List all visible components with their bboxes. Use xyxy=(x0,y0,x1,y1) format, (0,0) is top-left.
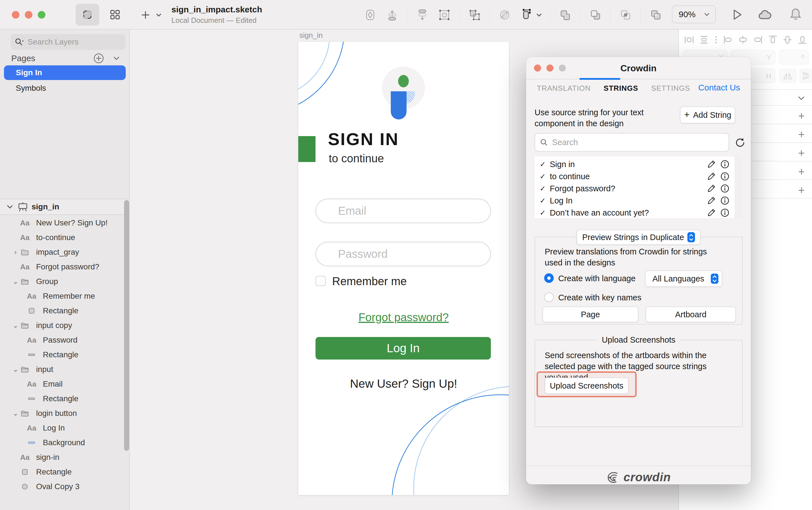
layer-row[interactable]: ⌄input copy xyxy=(0,318,124,333)
crowdin-titlebar[interactable]: Crowdin xyxy=(526,57,751,79)
add-page-button[interactable] xyxy=(92,52,105,64)
artboard-collapse-chevron[interactable] xyxy=(6,203,13,210)
layers-search-box[interactable] xyxy=(11,34,125,50)
layer-row[interactable]: ⌄login button xyxy=(0,406,124,421)
sidebar-scrollbar[interactable] xyxy=(124,200,129,451)
string-row[interactable]: ✓ Forgot password? xyxy=(534,182,732,194)
crowdin-search-box[interactable] xyxy=(534,133,729,152)
artboard[interactable]: SIGN IN to continue Remember me Forgot p… xyxy=(298,42,509,495)
align-right-icon[interactable] xyxy=(752,33,764,46)
edit-pencil-icon[interactable] xyxy=(706,184,716,193)
flip-horizontal-button[interactable] xyxy=(779,68,797,83)
layer-row[interactable]: Rectangle xyxy=(0,348,124,362)
tab-strings[interactable]: STRINGS xyxy=(604,84,638,93)
distribute-vertically-icon[interactable] xyxy=(698,33,710,46)
search-input[interactable] xyxy=(28,37,112,47)
layer-row[interactable]: AaRemember me xyxy=(0,289,124,303)
plus-icon[interactable]: + xyxy=(798,128,805,141)
pages-collapse-chevron[interactable] xyxy=(112,54,121,63)
align-center-horizontal-icon[interactable] xyxy=(737,33,749,46)
insert-plus-button[interactable] xyxy=(140,9,151,21)
layer-row[interactable]: AaLog In xyxy=(0,421,124,435)
contact-us-link[interactable]: Contact Us xyxy=(698,83,740,92)
artboard-button[interactable]: Artboard xyxy=(646,306,736,322)
add-string-button[interactable]: + Add String xyxy=(680,107,735,123)
info-icon[interactable] xyxy=(720,159,730,169)
notifications-bell-button[interactable] xyxy=(788,7,803,23)
edit-pencil-icon[interactable] xyxy=(706,196,716,205)
layer-row[interactable]: Aasign-in xyxy=(0,450,124,464)
create-with-language-radio[interactable] xyxy=(544,273,554,283)
layer-row[interactable]: AaForgot password? xyxy=(0,260,124,274)
align-top-icon[interactable] xyxy=(766,33,779,46)
boolean-union-icon[interactable] xyxy=(558,8,572,22)
layer-row[interactable]: ⌄input xyxy=(0,362,124,377)
plus-icon[interactable]: + xyxy=(798,184,805,197)
boolean-difference-icon[interactable] xyxy=(649,8,663,22)
folder-chevron-down-icon[interactable]: ⌄ xyxy=(12,277,19,286)
rotate-icon[interactable] xyxy=(498,8,512,22)
folder-chevron-down-icon[interactable]: ⌄ xyxy=(12,410,19,417)
layer-row[interactable]: AaPassword xyxy=(0,333,124,348)
window-minimize-button[interactable] xyxy=(25,11,32,19)
string-row[interactable]: ✓ Don’t have an account yet? xyxy=(534,207,732,219)
distribute-horizontally-icon[interactable] xyxy=(683,33,695,46)
upload-screenshots-button[interactable]: Upload Screenshots xyxy=(545,378,629,394)
create-symbol-icon[interactable] xyxy=(363,8,377,22)
window-zoom-button[interactable] xyxy=(38,11,46,19)
page-button[interactable]: Page xyxy=(543,306,638,322)
sidebar-page-sign-in[interactable]: Sign In xyxy=(4,65,126,80)
edit-pencil-icon[interactable] xyxy=(706,172,716,181)
preview-play-button[interactable] xyxy=(730,7,744,22)
layer-row[interactable]: Rectangle xyxy=(0,464,124,479)
login-button[interactable]: Log In xyxy=(316,337,491,360)
folder-chevron-down-icon[interactable]: ⌄ xyxy=(12,322,19,329)
info-icon[interactable] xyxy=(720,196,730,205)
boolean-subtract-icon[interactable] xyxy=(588,8,603,22)
edit-pencil-icon[interactable] xyxy=(706,208,716,217)
refresh-icon[interactable] xyxy=(734,137,746,149)
sidebar-page-symbols[interactable]: Symbols xyxy=(16,84,46,93)
group-icon[interactable] xyxy=(437,8,452,22)
align-middle-vertical-icon[interactable] xyxy=(781,33,794,46)
layer-row[interactable]: ›impact_gray xyxy=(0,245,124,260)
tab-settings[interactable]: SETTINGS xyxy=(651,84,690,93)
layer-row[interactable]: Oval Copy 3 xyxy=(0,479,124,494)
password-field[interactable] xyxy=(316,242,491,266)
folder-chevron-down-icon[interactable]: ⌄ xyxy=(12,365,19,373)
crowdin-search-input[interactable] xyxy=(552,138,710,147)
zoom-select[interactable]: 90% xyxy=(672,5,716,23)
layer-row[interactable]: AaEmail xyxy=(0,377,124,391)
insert-chevron-icon[interactable] xyxy=(155,11,163,19)
flip-vertical-button[interactable] xyxy=(799,68,812,83)
distribute-vertical-icon[interactable] xyxy=(385,8,399,22)
layer-row[interactable]: Rectangle xyxy=(0,303,124,318)
create-with-key-names-radio[interactable] xyxy=(544,293,554,302)
string-row[interactable]: ✓ Sign in xyxy=(534,158,732,170)
layer-row[interactable]: Background xyxy=(0,435,124,450)
cloud-share-button[interactable] xyxy=(758,8,774,22)
layer-row[interactable]: Rectangle xyxy=(0,391,124,406)
string-row[interactable]: ✓ Log In xyxy=(534,194,732,207)
artboard-canvas-label[interactable]: sign_in xyxy=(299,31,323,40)
plus-icon[interactable]: + xyxy=(798,110,805,122)
layer-row[interactable]: ⌄Group xyxy=(0,274,124,289)
window-close-button[interactable] xyxy=(12,11,20,19)
grid-view-button[interactable] xyxy=(103,4,127,26)
preview-strings-dropdown[interactable]: Preview Strings in Duplicate xyxy=(577,230,701,245)
folder-chevron-right-icon[interactable]: › xyxy=(12,248,19,256)
ungroup-icon[interactable] xyxy=(467,8,482,22)
distribute-horizontal-icon[interactable] xyxy=(415,8,429,22)
forgot-password-link[interactable]: Forgot password? xyxy=(298,311,509,324)
boolean-intersect-icon[interactable] xyxy=(618,8,633,22)
layer-row[interactable]: Aato-continue xyxy=(0,230,124,245)
canvas-view-button[interactable] xyxy=(76,4,99,26)
email-field[interactable] xyxy=(316,199,491,223)
align-bottom-icon[interactable] xyxy=(796,33,809,46)
resize-icon[interactable] xyxy=(520,8,542,22)
edit-pencil-icon[interactable] xyxy=(706,159,716,169)
info-icon[interactable] xyxy=(720,184,730,193)
list-scrollbar-gutter[interactable] xyxy=(735,156,743,218)
align-left-icon[interactable] xyxy=(722,33,734,46)
info-icon[interactable] xyxy=(720,172,730,181)
